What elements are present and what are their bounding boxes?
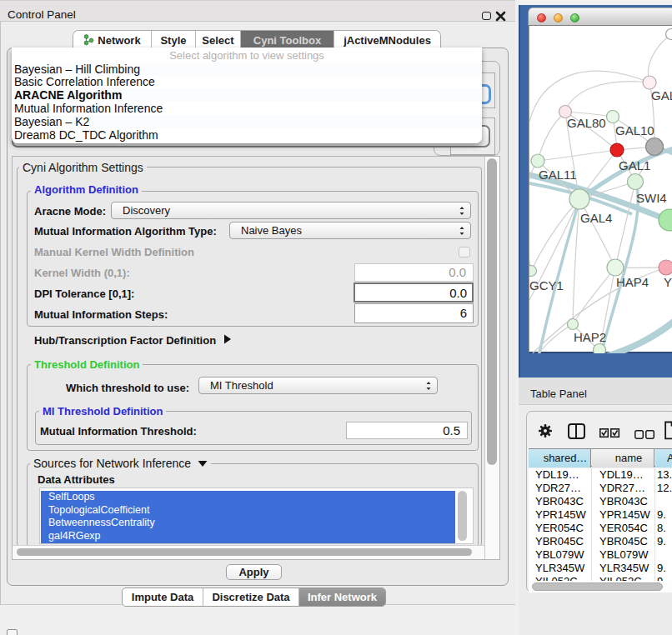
svg-text:GAL: GAL bbox=[651, 88, 672, 102]
svg-text:GAL1: GAL1 bbox=[619, 158, 650, 172]
svg-text:GAL80: GAL80 bbox=[567, 116, 606, 130]
svg-text:GCY1: GCY1 bbox=[529, 278, 564, 292]
svg-text:SWI4: SWI4 bbox=[636, 191, 667, 205]
svg-text:HAP2: HAP2 bbox=[574, 330, 606, 344]
svg-text:GAL11: GAL11 bbox=[539, 168, 577, 182]
svg-text:GAL4: GAL4 bbox=[580, 211, 612, 225]
svg-text:HAP4: HAP4 bbox=[616, 275, 649, 289]
svg-text:Y: Y bbox=[664, 275, 672, 289]
svg-text:GAL10: GAL10 bbox=[615, 123, 654, 138]
